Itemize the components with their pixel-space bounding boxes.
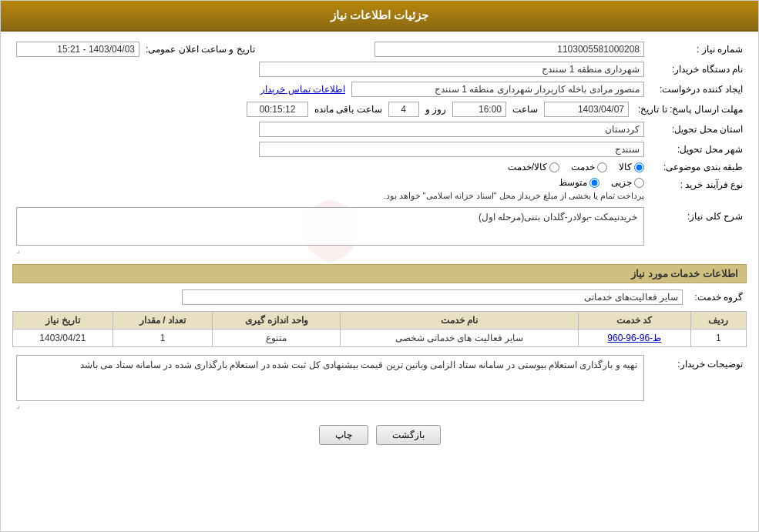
buyer-notes-value: تهیه و بارگذاری استعلام بیوستی در سامانه… xyxy=(16,355,644,401)
service-group-label: گروه خدمت: xyxy=(689,292,743,303)
category-radio-goods[interactable] xyxy=(634,162,644,172)
process-radio-row: جزیی متوسط xyxy=(383,177,644,188)
province-row: استان محل تحویل: کردستان xyxy=(12,119,747,139)
cell-date: 1403/04/21 xyxy=(13,330,113,347)
creator-label: ایجاد کننده درخواست: xyxy=(650,84,743,95)
cell-unit: متنوع xyxy=(213,330,341,347)
need-number-label: شماره نیاز : xyxy=(650,44,743,55)
creator-row: ایجاد کننده درخواست: منصور مرادی باخله ک… xyxy=(12,79,747,99)
col-row-num: ردیف xyxy=(690,312,746,330)
table-row: 1 ط-96-96-960 سایر فعالیت های خدماتی شخص… xyxy=(13,330,747,347)
cell-quantity: 1 xyxy=(113,330,213,347)
process-type-label: نوع فرآیند خرید : xyxy=(650,177,743,190)
category-option-both[interactable]: کالا/خدمت xyxy=(508,162,559,172)
need-description-row: شرح کلی نیاز: خریدنیمکت -بولادر-گلدان بت… xyxy=(12,203,747,258)
process-radio-medium[interactable] xyxy=(589,178,599,188)
city-value: سنندج xyxy=(259,142,644,157)
process-radio-minor[interactable] xyxy=(634,178,644,188)
process-option-medium[interactable]: متوسط xyxy=(559,177,599,188)
cell-service-name: سایر فعالیت های خدماتی شخصی xyxy=(341,330,578,347)
category-row: طبقه بندی موضوعی: کالا خدمت کالا/خدمت xyxy=(12,159,747,175)
process-label-medium: متوسط xyxy=(559,177,587,188)
print-button[interactable]: چاپ xyxy=(319,425,368,445)
deadline-remaining: 00:15:12 xyxy=(247,102,308,117)
deadline-label: مهلت ارسال پاسخ: تا تاریخ: xyxy=(635,104,743,115)
category-label-goods: کالا xyxy=(619,162,632,172)
need-description-value: خریدنیمکت -بولادر-گلدان بتنی(مرحله اول) xyxy=(16,207,644,246)
button-row: بازگشت چاپ xyxy=(12,413,747,457)
buyer-org-label: نام دستگاه خریدار: xyxy=(650,64,743,75)
page-title: جزئیات اطلاعات نیاز xyxy=(331,8,428,22)
category-label-service: خدمت xyxy=(571,162,595,172)
creator-value: منصور مرادی باخله کاربردار شهرداری منطقه… xyxy=(351,82,644,97)
creator-link[interactable]: اطلاعات تماس خریدار xyxy=(260,84,345,95)
service-table: ردیف کد خدمت نام خدمت واحد اندازه گیری ت… xyxy=(12,311,747,347)
process-option-minor[interactable]: جزیی xyxy=(611,177,644,188)
category-option-service[interactable]: خدمت xyxy=(571,162,607,172)
category-option-goods[interactable]: کالا xyxy=(619,162,644,172)
back-button[interactable]: بازگشت xyxy=(376,425,441,445)
page-header: جزئیات اطلاعات نیاز xyxy=(1,1,758,32)
province-value: کردستان xyxy=(259,122,644,137)
col-quantity: تعداد / مقدار xyxy=(113,312,213,330)
service-group-value: سایر فعالیت‌های خدماتی xyxy=(182,289,683,305)
buyer-org-value: شهرداری منطقه 1 سنندج xyxy=(259,62,644,77)
deadline-days-label: روز و xyxy=(425,104,446,115)
process-radios: جزیی متوسط پرداخت تمام یا بخشی از مبلغ خ… xyxy=(383,177,644,201)
process-note: پرداخت تمام یا بخشی از مبلغ خریداز محل "… xyxy=(383,191,644,201)
city-label: شهر محل تحویل: xyxy=(650,144,743,155)
need-number-row: شماره نیاز : 1103005581000208 تاریخ و سا… xyxy=(12,39,747,59)
col-service-name: نام خدمت xyxy=(341,312,578,330)
cell-service-code[interactable]: ط-96-96-960 xyxy=(578,330,690,347)
announce-datetime-label: تاریخ و ساعت اعلان عمومی: xyxy=(146,44,255,55)
deadline-time: 16:00 xyxy=(452,102,506,117)
notes-resize-handle: ⌟ xyxy=(16,401,644,410)
announce-datetime-value: 1403/04/03 - 15:21 xyxy=(16,42,139,57)
need-description-label: شرح کلی نیاز: xyxy=(650,207,743,222)
service-group-row: گروه خدمت: سایر فعالیت‌های خدماتی xyxy=(12,287,747,307)
buyer-notes-label: توضیحات خریدار: xyxy=(650,355,743,370)
buyer-org-row: نام دستگاه خریدار: شهرداری منطقه 1 سنندج xyxy=(12,59,747,79)
need-description-content: خریدنیمکت -بولادر-گلدان بتنی(مرحله اول) … xyxy=(16,207,644,254)
province-label: استان محل تحویل: xyxy=(650,124,743,135)
buyer-notes-row: توضیحات خریدار: تهیه و بارگذاری استعلام … xyxy=(12,351,747,413)
service-section-header: اطلاعات خدمات مورد نیاز xyxy=(12,264,747,283)
cell-row-num: 1 xyxy=(690,330,746,347)
col-unit: واحد اندازه گیری xyxy=(213,312,341,330)
process-label-minor: جزیی xyxy=(611,177,632,188)
deadline-date: 1403/04/07 xyxy=(544,102,629,117)
resize-handle: ⌟ xyxy=(16,246,644,254)
deadline-remaining-label: ساعت باقی مانده xyxy=(314,104,382,115)
category-radio-service[interactable] xyxy=(597,162,607,172)
deadline-row: مهلت ارسال پاسخ: تا تاریخ: 1403/04/07 سا… xyxy=(12,99,747,119)
category-label-both: کالا/خدمت xyxy=(508,162,547,172)
table-header-row: ردیف کد خدمت نام خدمت واحد اندازه گیری ت… xyxy=(13,312,747,330)
deadline-time-label: ساعت xyxy=(512,104,538,115)
main-content: شماره نیاز : 1103005581000208 تاریخ و سا… xyxy=(1,32,758,464)
process-type-row: نوع فرآیند خرید : جزیی متوسط پرداخت تمام… xyxy=(12,175,747,203)
need-number-value: 1103005581000208 xyxy=(374,42,644,57)
city-row: شهر محل تحویل: سنندج xyxy=(12,139,747,159)
deadline-days: 4 xyxy=(388,102,419,117)
buyer-notes-content: تهیه و بارگذاری استعلام بیوستی در سامانه… xyxy=(16,355,644,410)
page-wrapper: جزئیات اطلاعات نیاز شماره نیاز : 1103005… xyxy=(0,0,759,532)
category-label: طبقه بندی موضوعی: xyxy=(650,162,743,172)
category-radio-group: کالا خدمت کالا/خدمت xyxy=(508,162,644,172)
col-date: تاریخ نیاز xyxy=(13,312,113,330)
col-service-code: کد خدمت xyxy=(578,312,690,330)
category-radio-both[interactable] xyxy=(549,162,559,172)
